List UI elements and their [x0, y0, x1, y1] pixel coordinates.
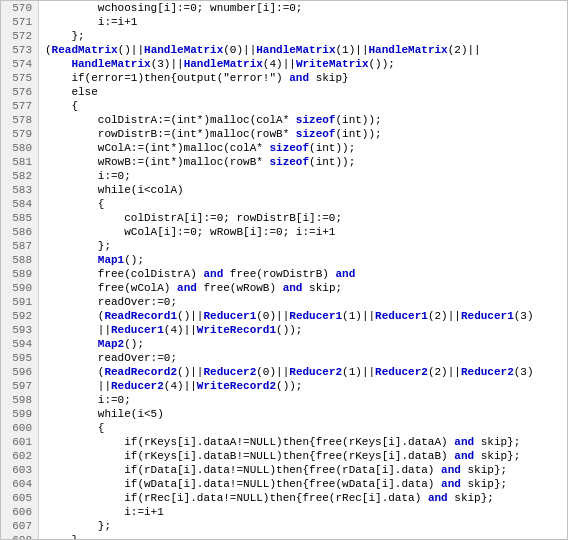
code-text: (2)|| — [428, 310, 461, 322]
line-number: 595 — [1, 351, 39, 365]
line-code: i:=0; — [39, 169, 131, 183]
table-row: 602 if(rKeys[i].dataB!=NULL)then{free(rK… — [1, 449, 567, 463]
code-text: free(wRowB) — [197, 282, 283, 294]
table-row: 571 i:=i+1 — [1, 15, 567, 29]
code-text: (); — [124, 338, 144, 350]
line-number: 590 — [1, 281, 39, 295]
table-row: 583 while(i<colA) — [1, 183, 567, 197]
line-number: 598 — [1, 393, 39, 407]
table-row: 572 }; — [1, 29, 567, 43]
table-row: 588 Map1(); — [1, 253, 567, 267]
function-name: Reducer2 — [289, 366, 342, 378]
code-text: free(wColA) — [45, 282, 177, 294]
code-text: colDistrA[i]:=0; rowDistrB[i]:=0; — [45, 212, 342, 224]
code-text: ( — [45, 366, 104, 378]
code-text: skip}; — [461, 464, 507, 476]
code-text: (4)|| — [164, 380, 197, 392]
code-text: (2)|| — [448, 44, 481, 56]
code-text: if(wData[i].data!=NULL)then{free(wData[i… — [45, 478, 441, 490]
table-row: 600 { — [1, 421, 567, 435]
code-text: if(rRec[i].data!=NULL)then{free(rRec[i].… — [45, 492, 428, 504]
code-text: { — [45, 422, 104, 434]
line-number: 596 — [1, 365, 39, 379]
code-text: ( — [45, 310, 104, 322]
table-row: 590 free(wColA) and free(wRowB) and skip… — [1, 281, 567, 295]
table-row: 580 wColA:=(int*)malloc(colA* sizeof(int… — [1, 141, 567, 155]
function-name: Reducer1 — [111, 324, 164, 336]
table-row: 579 rowDistrB:=(int*)malloc(rowB* sizeof… — [1, 127, 567, 141]
function-name: HandleMatrix — [144, 44, 223, 56]
code-text: ()); — [369, 58, 395, 70]
table-row: 595 readOver:=0; — [1, 351, 567, 365]
table-row: 608 } — [1, 533, 567, 540]
table-row: 605 if(rRec[i].data!=NULL)then{free(rRec… — [1, 491, 567, 505]
table-row: 577 { — [1, 99, 567, 113]
code-text: skip}; — [474, 436, 520, 448]
line-number: 583 — [1, 183, 39, 197]
line-code: ||Reducer2(4)||WriteRecord2()); — [39, 379, 302, 393]
table-row: 606 i:=i+1 — [1, 505, 567, 519]
line-code: wColA[i]:=0; wRowB[i]:=0; i:=i+1 — [39, 225, 335, 239]
code-text: (4)|| — [164, 324, 197, 336]
code-text: (int)); — [309, 142, 355, 154]
line-code: if(error=1)then{output("error!") and ski… — [39, 71, 349, 85]
line-number: 592 — [1, 309, 39, 323]
code-text: i:=i+1 — [45, 506, 164, 518]
line-code: while(i<colA) — [39, 183, 184, 197]
code-text: (1)|| — [342, 310, 375, 322]
table-row: 604 if(wData[i].data!=NULL)then{free(wDa… — [1, 477, 567, 491]
code-text: }; — [45, 30, 85, 42]
table-row: 578 colDistrA:=(int*)malloc(colA* sizeof… — [1, 113, 567, 127]
line-code: rowDistrB:=(int*)malloc(rowB* sizeof(int… — [39, 127, 382, 141]
code-text: if(error=1)then{output("error!") — [45, 72, 289, 84]
code-text: (3)|| — [151, 58, 184, 70]
line-code: else — [39, 85, 98, 99]
keyword: and — [441, 464, 461, 476]
keyword: sizeof — [296, 128, 336, 140]
table-row: 593 ||Reducer1(4)||WriteRecord1()); — [1, 323, 567, 337]
code-text: (int)); — [335, 114, 381, 126]
line-number: 575 — [1, 71, 39, 85]
line-code: if(rData[i].data!=NULL)then{free(rData[i… — [39, 463, 507, 477]
function-name: ReadRecord1 — [104, 310, 177, 322]
line-code: Map1(); — [39, 253, 144, 267]
code-text: ()); — [276, 324, 302, 336]
line-number: 574 — [1, 57, 39, 71]
line-code: colDistrA[i]:=0; rowDistrB[i]:=0; — [39, 211, 342, 225]
line-code: { — [39, 421, 104, 435]
code-text: (4)|| — [263, 58, 296, 70]
keyword: and — [335, 268, 355, 280]
line-number: 579 — [1, 127, 39, 141]
line-code: }; — [39, 519, 111, 533]
code-text: readOver:=0; — [45, 296, 177, 308]
line-number: 591 — [1, 295, 39, 309]
line-number: 605 — [1, 491, 39, 505]
function-name: HandleMatrix — [369, 44, 448, 56]
code-text: { — [45, 100, 78, 112]
code-text: (0)|| — [223, 44, 256, 56]
code-text: (0)|| — [256, 310, 289, 322]
code-text: ()|| — [118, 44, 144, 56]
line-number: 599 — [1, 407, 39, 421]
code-text: ()); — [276, 380, 302, 392]
function-name: Reducer1 — [375, 310, 428, 322]
code-text — [45, 338, 98, 350]
line-code: if(rKeys[i].dataB!=NULL)then{free(rKeys[… — [39, 449, 520, 463]
line-number: 606 — [1, 505, 39, 519]
table-row: 598 i:=0; — [1, 393, 567, 407]
function-name: WriteMatrix — [296, 58, 369, 70]
table-row: 603 if(rData[i].data!=NULL)then{free(rDa… — [1, 463, 567, 477]
code-text: rowDistrB:=(int*)malloc(rowB* — [45, 128, 296, 140]
function-name: HandleMatrix — [184, 58, 263, 70]
line-number: 608 — [1, 533, 39, 540]
keyword: sizeof — [269, 142, 309, 154]
code-text — [45, 254, 98, 266]
line-number: 571 — [1, 15, 39, 29]
table-row: 581 wRowB:=(int*)malloc(rowB* sizeof(int… — [1, 155, 567, 169]
function-name: HandleMatrix — [256, 44, 335, 56]
code-text: ( — [45, 44, 52, 56]
keyword: and — [454, 436, 474, 448]
code-text: (2)|| — [428, 366, 461, 378]
table-row: 589 free(colDistrA) and free(rowDistrB) … — [1, 267, 567, 281]
line-number: 589 — [1, 267, 39, 281]
